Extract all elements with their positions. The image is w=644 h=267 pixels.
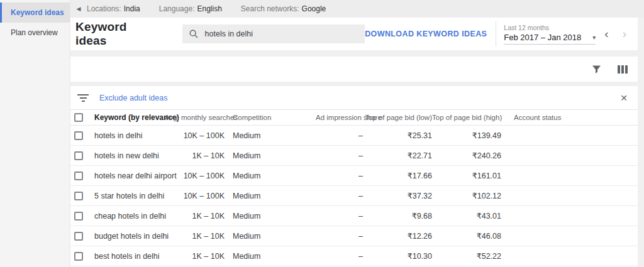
cell-keyword: budget hotels in delhi [94,232,165,241]
cell-avg-searches: 10K – 100K [165,172,225,180]
next-period-button[interactable]: › [618,26,631,41]
row-checkbox[interactable] [74,192,83,200]
cell-competition: Medium [225,172,316,180]
row-checkbox[interactable] [74,252,83,261]
sidebar-item-label: Plan overview [11,28,58,37]
table-header-row: Keyword (by relevance) Avg. monthly sear… [70,110,638,126]
select-all-checkbox[interactable] [74,113,83,122]
row-checkbox[interactable] [74,131,83,140]
columns-icon[interactable] [618,65,628,74]
cell-ad-share: – [316,212,363,221]
cell-bid-high: ₹240.26 [432,151,501,160]
cell-competition: Medium [225,192,316,200]
cell-keyword: hotels in new delhi [94,151,165,160]
date-range-dropdown[interactable]: Feb 2017 – Jan 2018 ▾ [504,33,596,45]
page-title: Keyword ideas [75,20,156,48]
row-checkbox[interactable] [74,232,83,241]
cell-ad-share: – [316,151,363,160]
setting-value: Google [302,4,326,13]
sidebar-item-plan-overview[interactable]: Plan overview [0,23,70,43]
filter-list-icon[interactable] [77,94,89,102]
setting-language[interactable]: Language: English [159,4,222,13]
filter-bar: Exclude adult ideas ✕ [70,86,638,110]
setting-label: Search networks: [241,4,299,13]
sidebar-item-keyword-ideas[interactable]: Keyword ideas [0,3,70,23]
cell-competition: Medium [225,212,316,221]
cell-ad-share: – [316,131,363,140]
column-header-ad-share[interactable]: Ad impression share [316,114,363,121]
cell-bid-low: ₹25.31 [363,131,432,140]
date-range-picker: Last 12 months Feb 2017 – Jan 2018 ▾ [504,24,596,45]
column-header-keyword[interactable]: Keyword (by relevance) [94,113,165,122]
table-body: hotels in delhi 10K – 100K Medium – ₹25.… [70,126,638,266]
cell-ad-share: – [316,192,363,200]
keyword-search-box[interactable] [182,25,365,43]
cell-bid-low: ₹17.66 [363,171,432,180]
cell-keyword: best hotels in delhi [94,252,165,261]
column-header-avg-searches[interactable]: Avg. monthly searches [165,114,225,121]
cell-bid-high: ₹43.01 [432,211,501,221]
previous-period-button[interactable]: ‹ [599,26,613,41]
setting-search-networks[interactable]: Search networks: Google [241,4,326,13]
chevron-down-icon: ▾ [592,34,596,41]
cell-competition: Medium [225,232,316,241]
date-preset-label: Last 12 months [504,24,596,31]
cell-keyword: 5 star hotels in delhi [94,192,165,200]
cell-avg-searches: 1K – 10K [165,252,225,261]
cell-bid-high: ₹161.01 [432,171,501,180]
table-row: hotels in delhi 10K – 100K Medium – ₹25.… [70,126,638,146]
divider [496,21,496,46]
cell-bid-high: ₹46.08 [432,231,501,241]
page-header: Keyword ideas DOWNLOAD KEYWORD IDEAS Las… [70,18,638,50]
sidebar: Keyword ideas Plan overview [0,0,70,267]
cell-competition: Medium [225,151,316,160]
table-row: cheap hotels in delhi 1K – 10K Medium – … [70,206,638,226]
sidebar-item-label: Keyword ideas [11,8,64,17]
download-keyword-ideas-button[interactable]: DOWNLOAD KEYWORD IDEAS [365,30,487,38]
table-row: best hotels in delhi 1K – 10K Medium – ₹… [70,246,638,266]
table-row: hotels near delhi airport 10K – 100K Med… [70,166,638,186]
row-checkbox[interactable] [74,172,83,180]
cell-avg-searches: 1K – 10K [165,232,225,241]
cell-ad-share: – [316,232,363,241]
cell-avg-searches: 10K – 100K [165,131,225,140]
keyword-ideas-table: Exclude adult ideas ✕ Keyword (by releva… [70,86,638,267]
close-icon[interactable]: ✕ [620,93,628,103]
table-row: budget hotels in delhi 1K – 10K Medium –… [70,226,638,246]
cell-bid-low: ₹37.32 [363,191,432,200]
table-row: hotels in new delhi 1K – 10K Medium – ₹2… [70,146,638,166]
cell-ad-share: – [316,252,363,261]
setting-value: English [197,4,221,13]
cell-competition: Medium [225,131,316,140]
setting-label: Locations: [87,4,121,13]
cell-bid-low: ₹9.68 [363,211,432,221]
table-row: 5 star hotels in delhi 10K – 100K Medium… [70,186,638,206]
cell-competition: Medium [225,252,316,261]
filter-icon[interactable] [592,65,601,74]
cell-bid-high: ₹102.12 [432,191,501,200]
exclude-adult-ideas-link[interactable]: Exclude adult ideas [99,94,167,102]
cell-keyword: hotels near delhi airport [94,172,165,180]
row-checkbox[interactable] [74,151,83,160]
collapse-back-icon[interactable]: ◀ [70,6,87,12]
setting-locations[interactable]: Locations: India [87,4,140,13]
cell-bid-low: ₹22.71 [363,151,432,160]
setting-value: India [124,4,140,13]
column-header-bid-high[interactable]: Top of page bid (high) [432,114,501,121]
search-input[interactable] [205,30,359,38]
search-icon [189,29,199,39]
row-checkbox[interactable] [74,212,83,221]
date-range-value: Feb 2017 – Jan 2018 [504,33,581,42]
cell-bid-low: ₹10.30 [363,251,432,261]
cell-avg-searches: 1K – 10K [165,151,225,160]
setting-label: Language: [159,4,195,13]
column-header-bid-low[interactable]: Top of page bid (low) [363,114,432,121]
cell-bid-low: ₹12.26 [363,231,432,241]
column-header-competition[interactable]: Competition [225,114,316,121]
settings-bar: ◀ Locations: India Language: English Sea… [70,0,644,18]
column-header-account-status[interactable]: Account status [501,114,628,121]
cell-keyword: hotels in delhi [94,131,165,140]
cell-avg-searches: 1K – 10K [165,212,225,221]
cell-keyword: cheap hotels in delhi [94,212,165,221]
cell-bid-high: ₹139.49 [432,131,501,140]
